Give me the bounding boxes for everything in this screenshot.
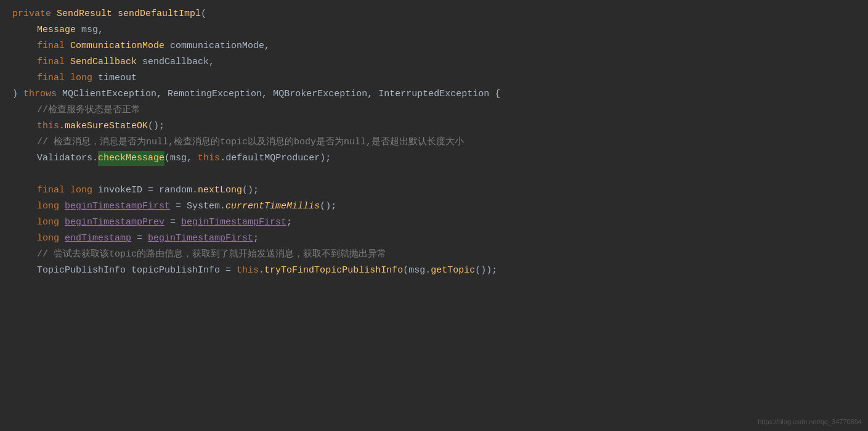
code-token: .: [425, 263, 431, 278]
code-token: // 检查消息，消息是否为null,检查消息的topic以及消息的body是否为…: [37, 135, 464, 150]
code-token: System: [187, 199, 220, 214]
code-token: ();: [148, 119, 164, 134]
code-token: long: [70, 183, 98, 198]
code-line: TopicPublishInfo topicPublishInfo = this…: [0, 263, 868, 279]
code-token: this: [237, 263, 259, 278]
code-token: sendCallback,: [142, 55, 214, 70]
code-token: SendResult: [57, 7, 118, 22]
code-token: .: [220, 151, 225, 166]
code-token: this: [198, 151, 220, 166]
code-line: private SendResult sendDefaultImpl(: [0, 6, 868, 22]
code-token: sendDefaultImpl: [118, 7, 201, 22]
code-token: long: [37, 231, 65, 246]
code-token: checkMessage: [98, 151, 164, 166]
code-token: TopicPublishInfo: [37, 263, 131, 278]
code-token: .: [92, 151, 98, 166]
code-token: InterruptedException: [378, 87, 489, 102]
code-token: ();: [320, 199, 336, 214]
code-line: Message msg,: [0, 22, 868, 38]
code-token: beginTimestampFirst: [148, 231, 253, 246]
code-token: .: [192, 183, 198, 198]
code-token: timeout: [98, 71, 137, 86]
code-token: =: [142, 183, 159, 198]
code-token: tryToFindTopicPublishInfo: [264, 263, 403, 278]
code-line: // 尝试去获取该topic的路由信息，获取到了就开始发送消息，获取不到就抛出异…: [0, 247, 868, 263]
code-token: long: [37, 199, 65, 214]
code-token: //检查服务状态是否正常: [37, 103, 140, 118]
code-line: final long invokeID = random.nextLong();: [0, 183, 868, 199]
code-token: SendCallback: [70, 55, 142, 70]
code-token: ;: [286, 215, 292, 230]
code-token: currentTimeMillis: [225, 199, 320, 214]
code-token: .: [220, 199, 225, 214]
code-token: ,: [262, 87, 273, 102]
code-token: invokeID: [98, 183, 142, 198]
code-lines: private SendResult sendDefaultImpl(Messa…: [0, 6, 868, 279]
code-token: long: [70, 71, 98, 86]
code-line: ) throws MQClientException, RemotingExce…: [0, 86, 868, 102]
code-line: long beginTimestampPrev = beginTimestamp…: [0, 215, 868, 231]
code-token: ());: [475, 263, 497, 278]
code-token: =: [164, 215, 181, 230]
code-token: throws: [23, 87, 62, 102]
code-token: (: [164, 151, 170, 166]
code-token: endTimestamp: [65, 231, 131, 246]
code-token: // 尝试去获取该topic的路由信息，获取到了就开始发送消息，获取不到就抛出异…: [37, 247, 386, 262]
code-token: beginTimestampPrev: [65, 215, 164, 230]
code-line: final long timeout: [0, 70, 868, 86]
code-token: CommunicationMode: [70, 39, 170, 54]
code-token: ();: [242, 183, 259, 198]
code-token: final: [37, 71, 70, 86]
code-token: defaultMQProducer: [225, 151, 320, 166]
code-token: (: [403, 263, 408, 278]
code-token: MQBrokerException: [273, 87, 367, 102]
code-token: Validators: [37, 151, 92, 166]
code-token: ,: [156, 87, 168, 102]
code-token: =: [220, 263, 237, 278]
code-token: getTopic: [431, 263, 475, 278]
code-token: nextLong: [198, 183, 242, 198]
code-token: {: [489, 87, 500, 102]
code-token: );: [320, 151, 331, 166]
code-token: =: [131, 231, 148, 246]
code-line: Validators.checkMessage(msg, this.defaul…: [0, 150, 868, 166]
code-token: beginTimestampFirst: [181, 215, 286, 230]
code-token: random: [159, 183, 192, 198]
code-token: final: [37, 183, 70, 198]
code-line: long endTimestamp = beginTimestampFirst;: [0, 231, 868, 247]
code-token: long: [37, 215, 65, 230]
code-token: (: [201, 7, 206, 22]
code-line: final SendCallback sendCallback,: [0, 54, 868, 70]
code-token: ,: [367, 87, 378, 102]
code-token: msg: [170, 151, 187, 166]
code-token: makeSureStateOK: [65, 119, 148, 134]
code-token: Message: [37, 23, 81, 38]
code-token: .: [59, 119, 65, 134]
code-line: final CommunicationMode communicationMod…: [0, 38, 868, 54]
code-token: beginTimestampFirst: [65, 199, 170, 214]
watermark: https://blog.csdn.net/qq_34770694: [758, 417, 862, 428]
code-token: =: [170, 199, 187, 214]
code-line: //检查服务状态是否正常: [0, 102, 868, 118]
code-line: [0, 166, 868, 183]
code-token: RemotingException: [168, 87, 262, 102]
code-token: ;: [253, 231, 259, 246]
code-token: this: [37, 119, 59, 134]
code-container: private SendResult sendDefaultImpl(Messa…: [0, 0, 868, 431]
code-token: msg: [408, 263, 425, 278]
code-token: final: [37, 55, 70, 70]
code-token: .: [259, 263, 264, 278]
code-token: private: [12, 7, 57, 22]
code-token: topicPublishInfo: [131, 263, 220, 278]
code-line: this.makeSureStateOK();: [0, 118, 868, 134]
code-token: MQClientException: [62, 87, 156, 102]
code-token: communicationMode,: [170, 39, 270, 54]
code-token: ): [12, 87, 23, 102]
code-line: // 检查消息，消息是否为null,检查消息的topic以及消息的body是否为…: [0, 134, 868, 150]
code-token: ,: [187, 151, 198, 166]
code-line: long beginTimestampFirst = System.curren…: [0, 199, 868, 215]
code-token: final: [37, 39, 70, 54]
code-token: msg,: [81, 23, 103, 38]
